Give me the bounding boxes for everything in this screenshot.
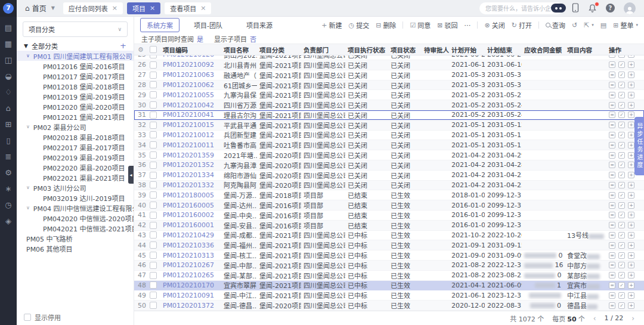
row-checkbox[interactable]: [150, 81, 157, 88]
row-checkbox[interactable]: [150, 181, 157, 188]
detail-icon[interactable]: ≡: [609, 182, 615, 188]
tree-item[interactable]: PM020218 渠县-2018项目: [17, 132, 134, 142]
tree-item[interactable]: PM042021 中信恒远-2021项目: [17, 223, 134, 233]
table-row[interactable]: 29PM0120210055九寨沟县保...堡闻-2021项目四川堡闻总公司已关…: [134, 90, 644, 100]
column-header[interactable]: 计划结束: [485, 45, 522, 54]
tree-item[interactable]: PM022019 渠县-2019项目: [17, 152, 134, 162]
column-header[interactable]: 项目状态: [388, 45, 422, 54]
filter-show-sub[interactable]: 显示子项目否: [214, 34, 256, 44]
filter-value[interactable]: 是: [197, 36, 203, 44]
tree-item[interactable]: PM042020 中信恒远-2020项目: [17, 213, 134, 223]
project-code-link[interactable]: PM0120210055: [163, 91, 214, 99]
expand-icon[interactable]: +: [628, 152, 634, 159]
detail-icon[interactable]: ≡: [609, 272, 615, 278]
filter-main-sub[interactable]: 主子项目同时查阅是: [141, 34, 203, 44]
row-checkbox[interactable]: [150, 141, 157, 148]
expand-icon[interactable]: +: [628, 282, 634, 289]
approve-icon[interactable]: ✓: [618, 292, 625, 299]
tree-item[interactable]: ∨PM04 四川中信恒远建设工程有限公司: [17, 203, 134, 213]
toolbar-close-button[interactable]: ⊗关闭: [484, 20, 504, 30]
detail-icon[interactable]: ≡: [609, 172, 615, 178]
finance-icon[interactable]: ▦: [5, 40, 12, 48]
row-checkbox[interactable]: [150, 61, 157, 69]
table-row[interactable]: 40PM0120160005堡闻-达州...堡闻-2016项目项目部已结束已生效…: [134, 200, 644, 211]
next-page-button[interactable]: ›: [631, 314, 634, 323]
close-icon[interactable]: ×: [200, 4, 206, 12]
row-checkbox[interactable]: [150, 281, 157, 289]
view-tab[interactable]: 项目-团队: [188, 18, 228, 32]
project-code-link[interactable]: PM0120160002: [163, 211, 214, 219]
stats-icon[interactable]: ∗: [5, 185, 12, 193]
expand-icon[interactable]: +: [628, 55, 634, 58]
tree-item[interactable]: PM012020 堡闻-2020项目: [17, 101, 134, 112]
top-tab[interactable]: 应付合同列表×: [63, 2, 123, 14]
toolbar-reject-button[interactable]: ⊠驳回: [437, 20, 457, 30]
detail-icon[interactable]: ≡: [609, 292, 615, 299]
top-tab[interactable]: 项目×: [127, 2, 160, 14]
row-checkbox[interactable]: [150, 172, 157, 179]
approve-icon[interactable]: ✓: [618, 212, 625, 218]
detail-icon[interactable]: ≡: [609, 302, 615, 309]
tree-item[interactable]: PM012017 堡闻-2017项目: [17, 71, 134, 81]
toolbar-more-button[interactable]: ⋯: [464, 21, 470, 29]
sidebar-collapse-handle[interactable]: ◂: [128, 166, 134, 184]
table-row[interactable]: 50PM0120201372堡闻-德昌...堡闻-2020项目四川堡闻总公司已中…: [134, 301, 644, 311]
row-checkbox[interactable]: [150, 91, 157, 98]
security-icon[interactable]: ♢: [5, 88, 12, 96]
table-row[interactable]: 25PM0120210126剑山河202...堡闻-2021项目四川堡闻总公司已…: [134, 55, 644, 60]
row-checkbox[interactable]: [150, 231, 157, 239]
mobile-icon[interactable]: [572, 3, 579, 13]
row-checkbox[interactable]: [150, 242, 157, 249]
toolbar-agree-button[interactable]: ☑同意: [410, 20, 431, 30]
expand-icon[interactable]: +: [628, 162, 634, 168]
close-icon[interactable]: ×: [112, 4, 117, 12]
row-checkbox[interactable]: [150, 292, 157, 299]
project-code-link[interactable]: PM0120210011: [163, 141, 214, 149]
toolbar-open-button[interactable]: ↻打开: [512, 20, 532, 30]
approve-icon[interactable]: ✓: [618, 61, 625, 68]
approve-icon[interactable]: ✓: [618, 262, 625, 268]
table-row[interactable]: 47PM0120210265堡闻-某部...堡闻-2021项目四川堡闻总公司已中…: [134, 271, 644, 281]
project-code-link[interactable]: PM0120201359: [163, 151, 214, 159]
history-icon[interactable]: ◷: [5, 201, 11, 209]
row-checkbox[interactable]: [150, 151, 157, 159]
approve-icon[interactable]: ✓: [618, 182, 625, 188]
expand-icon[interactable]: +: [628, 182, 634, 188]
table-row[interactable]: 45PM0120210313堡闻-核工...堡闻-2021项目四川堡闻总公司已中…: [134, 250, 644, 261]
table-row[interactable]: 28PM012021006261团城乡一...堡闻-2021项目四川堡闻总公司已…: [134, 81, 644, 91]
misc-icon[interactable]: ◈: [5, 217, 11, 225]
detail-icon[interactable]: ≡: [609, 262, 615, 268]
project-code-link[interactable]: PM0120210042: [163, 101, 214, 109]
project-code-link[interactable]: PM0120210429: [163, 231, 214, 239]
project-code-link[interactable]: PM0120210062: [163, 81, 214, 89]
toolbar-export-button[interactable]: ⇱▾: [584, 21, 594, 29]
tree-item[interactable]: PM022021 渠县-2021项目: [17, 172, 134, 182]
detail-icon[interactable]: ≡: [609, 252, 615, 259]
project-code-link[interactable]: PM0120201352: [163, 161, 214, 169]
detail-icon[interactable]: ≡: [609, 102, 615, 109]
tree-item[interactable]: PM012021 堡闻-2021项目: [17, 112, 134, 122]
workbench-icon[interactable]: ▤: [5, 24, 12, 32]
detail-icon[interactable]: ≡: [609, 55, 615, 58]
detail-icon[interactable]: ≡: [609, 72, 615, 78]
approve-icon[interactable]: ✓: [618, 122, 625, 128]
detail-icon[interactable]: ≡: [609, 242, 615, 249]
prev-page-button[interactable]: ‹: [593, 314, 596, 323]
detail-icon[interactable]: ≡: [609, 152, 615, 159]
detail-icon[interactable]: ≡: [609, 112, 615, 118]
tree-item[interactable]: ∨PM03 达川分公司: [17, 182, 134, 193]
approve-icon[interactable]: ✓: [618, 282, 625, 289]
tree-item[interactable]: PM05 中飞路桥: [17, 233, 134, 243]
table-row[interactable]: 36PM0120201352九寨沟县漳...堡闻-2020项目四川堡闻总公司已关…: [134, 160, 644, 171]
table-row[interactable]: 27PM0120210063融通地产（...堡闻-2021项目四川堡闻总公司已关…: [134, 70, 644, 81]
table-row[interactable]: 48PM0120210170宜宾市翠屏...堡闻-2021项目四川堡闻总公司已中…: [134, 281, 644, 291]
expand-icon[interactable]: +: [628, 122, 634, 128]
approve-icon[interactable]: ✓: [618, 192, 625, 199]
detail-icon[interactable]: ≡: [609, 92, 615, 98]
expand-icon[interactable]: +: [628, 262, 634, 268]
detail-icon[interactable]: ≡: [609, 232, 615, 239]
approve-icon[interactable]: ✓: [618, 152, 625, 159]
table-row[interactable]: 49PM0120210091堡闻-中江...堡闻-2021项目四川堡闻总公司已中…: [134, 290, 644, 301]
row-checkbox[interactable]: [150, 191, 157, 199]
assistant-toggle-icon[interactable]: [551, 4, 566, 13]
